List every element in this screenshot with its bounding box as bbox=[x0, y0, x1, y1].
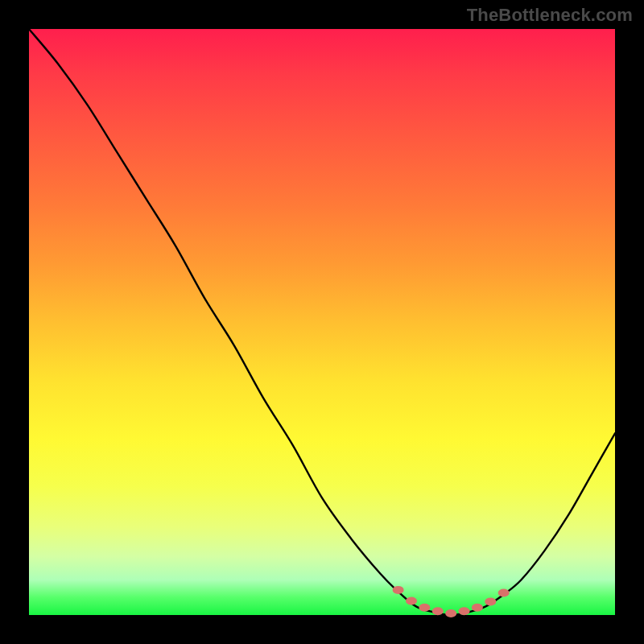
valley-dot bbox=[393, 586, 404, 594]
valley-dot bbox=[472, 604, 483, 612]
watermark-text: TheBottleneck.com bbox=[467, 5, 633, 26]
valley-dot bbox=[406, 597, 417, 605]
valley-dot bbox=[498, 589, 510, 597]
valley-dot bbox=[419, 604, 430, 612]
valley-dot bbox=[432, 607, 444, 615]
valley-dot bbox=[445, 609, 456, 617]
bottleneck-curve bbox=[29, 29, 615, 615]
valley-dot bbox=[485, 597, 496, 605]
chart-frame: TheBottleneck.com bbox=[0, 0, 644, 644]
valley-dot bbox=[459, 607, 470, 615]
chart-overlay bbox=[29, 29, 615, 615]
plot-area bbox=[29, 29, 615, 615]
minimum-dots bbox=[393, 586, 510, 617]
